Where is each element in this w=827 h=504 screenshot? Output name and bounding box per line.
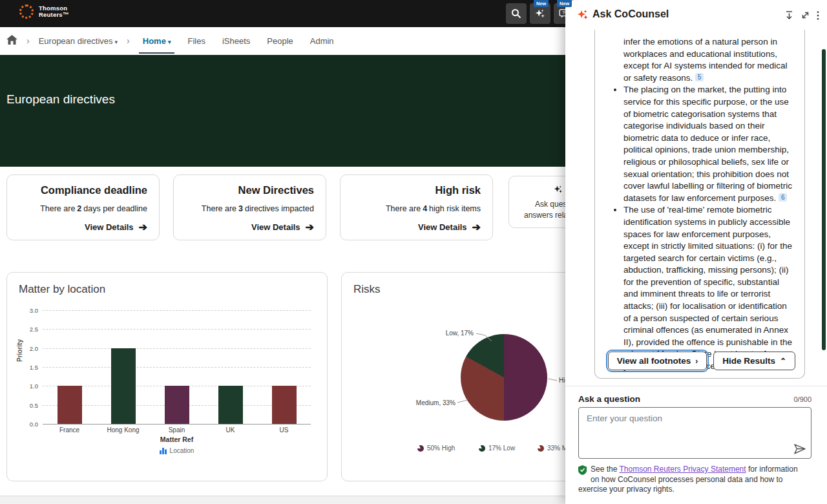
chevron-right-icon: › [695, 357, 698, 366]
view-details-link[interactable]: View Details➔ [185, 221, 314, 233]
y-tick-label: 0.5 [19, 402, 38, 409]
y-tick-label: 1.0 [19, 383, 38, 390]
x-tick-label: UK [205, 426, 256, 434]
gridline [43, 348, 311, 349]
card-high-risk: High risk There are4high risk items View… [340, 174, 493, 240]
footnote-badge[interactable]: 6 [779, 193, 787, 202]
result-closing-paragraph: These prohibitions are set out in Articl… [604, 377, 795, 379]
y-tick-label: 2.0 [19, 345, 38, 352]
caret-down-icon: ▾ [115, 39, 118, 45]
send-button[interactable] [793, 443, 808, 456]
tab-files[interactable]: Files [183, 36, 209, 46]
arrow-right-icon: ➔ [306, 221, 314, 233]
view-details-link[interactable]: View Details➔ [19, 221, 147, 233]
cocounsel-sparkles-icon [576, 8, 589, 21]
ask-question-label: Ask a question [578, 394, 640, 404]
y-tick-label: 1.5 [19, 364, 38, 371]
chart-title: Risks [353, 283, 381, 296]
character-counter: 0/900 [793, 395, 811, 403]
bar-spain [165, 386, 189, 424]
card-subtitle: There are3directives impacted [185, 204, 314, 213]
x-tick-label: Spain [151, 426, 203, 434]
card-new-directives: New Directives There are3directives impa… [173, 174, 326, 240]
pie-legend-swatch [538, 445, 544, 452]
shield-check-icon [578, 465, 587, 478]
send-icon [793, 443, 806, 455]
logo-text: Thomson Reuters™ [39, 5, 68, 19]
bar-plot: Priority Matter Ref Location 0.00.51.01.… [7, 273, 328, 482]
search-icon [511, 8, 521, 19]
bar-france [58, 386, 82, 424]
pie-legend-low: 17% Low [479, 445, 515, 452]
page-title: European directives [6, 92, 115, 107]
search-button[interactable] [506, 3, 527, 24]
card-title: New Directives [185, 184, 314, 196]
tab-admin[interactable]: Admin [306, 36, 338, 46]
active-tab-underline [139, 52, 175, 54]
x-tick-label: France [44, 426, 96, 434]
kebab-menu-icon[interactable]: ⋮ [811, 8, 824, 21]
pie-legend-swatch [479, 445, 485, 452]
pie [461, 334, 547, 421]
result-bullet: The placing on the market, the putting i… [623, 84, 795, 204]
panel-header: Ask CoCounsel ⋮ [565, 0, 827, 29]
pie-legend-swatch [417, 445, 424, 452]
pie-legend-high: 50% High [417, 445, 455, 452]
ask-cocounsel-panel: Ask CoCounsel ⋮ infer the emotions of a … [565, 0, 827, 504]
arrow-right-icon: ➔ [139, 221, 147, 233]
card-compliance-deadline: Compliance deadline There are2days per d… [6, 174, 160, 240]
tab-home[interactable]: Home▾ [139, 36, 175, 46]
bar-legend-icon [160, 447, 167, 454]
pie-callout-low: Low, 17% [446, 330, 474, 337]
bar-chart-legend: Location [43, 447, 311, 454]
card-title: Compliance deadline [19, 184, 147, 196]
privacy-note: See the Thomson Reuters Privacy Statemen… [578, 465, 808, 495]
caret-down-icon: ▾ [168, 39, 171, 45]
legend-label: Location [170, 447, 194, 454]
card-title: High risk [352, 184, 481, 196]
download-icon [784, 10, 794, 20]
breadcrumb-site[interactable]: European directives▾ [39, 36, 118, 46]
view-all-footnotes-button[interactable]: View all footnotes› [608, 352, 707, 370]
ai-sparkles-icon [534, 8, 546, 19]
x-tick-label: US [258, 426, 310, 434]
help-new-badge: New [557, 0, 572, 7]
sparkles-icon [553, 184, 563, 194]
expand-icon [801, 10, 810, 20]
privacy-statement-link[interactable]: Thomson Reuters Privacy Statement [620, 465, 746, 474]
y-tick-label: 2.5 [19, 326, 38, 333]
dock-download-button[interactable] [782, 8, 795, 21]
ai-new-badge: New [534, 0, 549, 7]
bar-hong-kong [111, 348, 136, 424]
panel-scrollbar-thumb[interactable] [822, 49, 826, 350]
view-details-link[interactable]: View Details➔ [352, 221, 481, 233]
breadcrumb-separator: › [26, 36, 30, 46]
thomson-reuters-logo[interactable]: Thomson Reuters™ [19, 5, 68, 19]
results-container: infer the emotions of a natural person i… [594, 30, 805, 379]
tab-isheets[interactable]: iSheets [218, 36, 254, 46]
matter-by-location-card: Matter by location Priority Matter Ref L… [6, 272, 328, 481]
question-input[interactable] [578, 407, 811, 459]
x-tick-label: Hong Kong [98, 426, 149, 434]
bar-uk [218, 386, 243, 424]
breadcrumb-separator: › [127, 36, 130, 46]
arrow-right-icon: ➔ [472, 221, 481, 233]
chevron-up-icon: ⌃ [780, 357, 786, 366]
gridline [43, 424, 311, 425]
panel-divider [565, 386, 827, 386]
x-axis-label: Matter Ref [43, 436, 311, 443]
thomson-reuters-ring-icon [19, 5, 34, 19]
footnote-badge[interactable]: 5 [695, 73, 704, 81]
tab-people[interactable]: People [263, 36, 297, 46]
home-breadcrumb-icon[interactable] [6, 35, 17, 47]
panel-title: Ask CoCounsel [592, 8, 669, 20]
bar-us [272, 386, 297, 424]
expand-panel-button[interactable] [799, 8, 811, 21]
result-bullet: The use of 'real-time' remote biometric … [623, 204, 795, 372]
hide-results-button[interactable]: Hide Results⌃ [713, 352, 795, 370]
y-tick-label: 3.0 [19, 307, 38, 314]
gridline [43, 367, 311, 368]
y-tick-label: 0.0 [19, 421, 38, 428]
card-subtitle: There are2days per deadline [19, 204, 147, 213]
card-subtitle: There are4high risk items [352, 204, 481, 213]
